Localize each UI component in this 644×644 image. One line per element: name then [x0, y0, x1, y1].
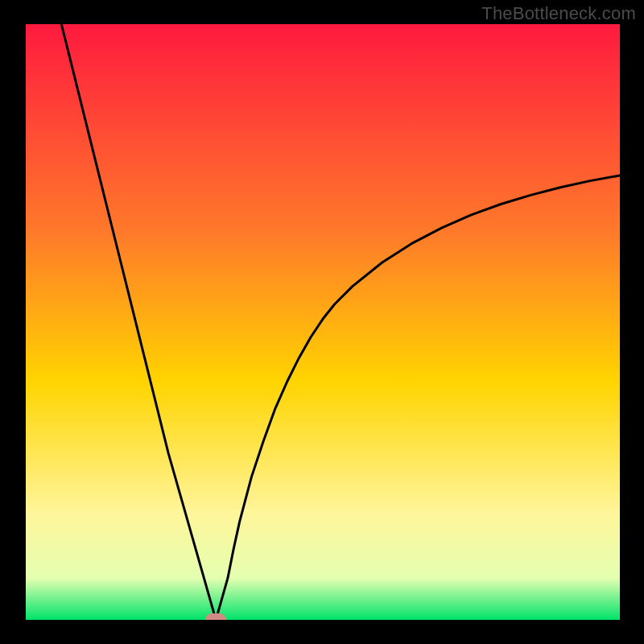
optimal-point-marker [205, 613, 226, 620]
watermark-text: TheBottleneck.com [481, 3, 636, 24]
chart-frame: TheBottleneck.com [0, 0, 644, 644]
chart-svg [26, 24, 620, 620]
plot-area [26, 24, 620, 620]
gradient-background [26, 24, 620, 620]
